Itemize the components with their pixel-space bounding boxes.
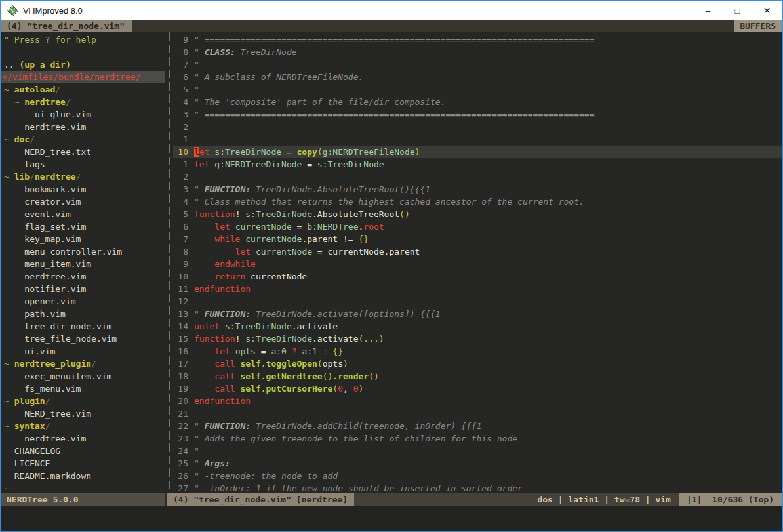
code-editor[interactable]: 9" =====================================… bbox=[173, 32, 782, 493]
code-line[interactable]: 19 call self.putCursorHere(0, 0) bbox=[173, 382, 782, 395]
code-line[interactable]: 7 while currentNode.parent != {} bbox=[173, 233, 782, 245]
code-line[interactable]: 3" =====================================… bbox=[173, 108, 782, 121]
code-line[interactable]: 18 call self.getNerdtree().render() bbox=[173, 370, 782, 382]
code-line[interactable]: 8 let currentNode = currentNode.parent bbox=[173, 245, 782, 258]
code-line[interactable]: 21 bbox=[173, 407, 782, 420]
tree-root-path[interactable]: </vimfiles/bundle/nerdtree/ bbox=[1, 71, 165, 83]
code-line[interactable]: 6" A subclass of NERDTreeFileNode. bbox=[173, 71, 782, 83]
tree-file-item[interactable]: tree_dir_node.vim bbox=[1, 320, 165, 333]
code-line[interactable]: 11endfunction bbox=[173, 283, 782, 295]
window-separator[interactable] bbox=[165, 32, 173, 493]
tree-file-item[interactable]: creator.vim bbox=[1, 195, 165, 208]
code-line[interactable]: 4" The 'composite' part of the file/dir … bbox=[173, 96, 782, 108]
code-line[interactable]: 15function! s:TreeDirNode.activate(...) bbox=[173, 333, 782, 345]
tree-file-item[interactable]: NERD_tree.txt bbox=[1, 146, 165, 158]
line-number: 3 bbox=[173, 108, 194, 121]
code-line[interactable]: 27" -inOrder: 1 if the new node should b… bbox=[173, 482, 782, 493]
tree-file-item[interactable]: ui_glue.vim bbox=[1, 108, 165, 121]
code-line[interactable]: 6 let currentNode = b:NERDTree.root bbox=[173, 220, 782, 233]
tree-file-item[interactable]: ui.vim bbox=[1, 345, 165, 358]
tree-dir-item[interactable]: ~ plugin/ bbox=[1, 395, 165, 407]
tabline: (4) "tree_dir_node.vim" BUFFERS bbox=[1, 20, 782, 32]
statusline-filename: (4) "tree_dir_node.vim" [nerdtree] bbox=[167, 493, 354, 506]
tree-dir-item[interactable]: ~ doc/ bbox=[1, 133, 165, 146]
nerdtree-panel[interactable]: " Press ? for help.. (up a dir)</vimfile… bbox=[1, 32, 165, 493]
code-line[interactable]: 16 let opts = a:0 ? a:1 : {} bbox=[173, 345, 782, 358]
line-number: 13 bbox=[173, 308, 194, 320]
tree-file-item[interactable]: menu_item.vim bbox=[1, 258, 165, 270]
line-number: 8 bbox=[173, 245, 194, 258]
tabline-fill bbox=[132, 20, 734, 32]
tree-dir-item[interactable]: ~ autoload/ bbox=[1, 83, 165, 96]
code-line[interactable]: 17 call self.toggleOpen(opts) bbox=[173, 358, 782, 370]
code-line[interactable]: 14unlet s:TreeDirNode.activate bbox=[173, 320, 782, 333]
tree-file-item[interactable]: path.vim bbox=[1, 308, 165, 320]
code-line[interactable]: 8" CLASS: TreeDirNode bbox=[173, 46, 782, 58]
tree-file-item[interactable]: tree_file_node.vim bbox=[1, 333, 165, 345]
tree-dir-item[interactable]: ~ nerdtree/ bbox=[1, 96, 165, 108]
tree-file-item[interactable]: NERD_tree.vim bbox=[1, 407, 165, 420]
maximize-button[interactable]: □ bbox=[723, 1, 752, 20]
tree-file-item[interactable]: README.markdown bbox=[1, 470, 165, 482]
tree-up-dir[interactable]: .. (up a dir) bbox=[1, 58, 165, 71]
code-line[interactable]: 1let g:NERDTreeDirNode = s:TreeDirNode bbox=[173, 158, 782, 171]
tree-file-item[interactable]: opener.vim bbox=[1, 295, 165, 308]
code-line[interactable]: 13" FUNCTION: TreeDirNode.activate([opti… bbox=[173, 308, 782, 320]
statusline-flags: dos | latin1 | tw=78 | vim bbox=[537, 493, 679, 506]
code-line[interactable]: 23" Adds the given treenode to the list … bbox=[173, 432, 782, 445]
code-line[interactable]: 7" bbox=[173, 58, 782, 71]
code-line[interactable]: 3" FUNCTION: TreeDirNode.AbsoluteTreeRoo… bbox=[173, 183, 782, 195]
line-number: 1 bbox=[173, 158, 194, 171]
code-line[interactable]: 25" Args: bbox=[173, 457, 782, 470]
tree-file-item[interactable]: nerdtree.vim bbox=[1, 432, 165, 445]
tree-dir-item[interactable]: ~ lib/nerdtree/ bbox=[1, 171, 165, 183]
line-number: 20 bbox=[173, 395, 194, 407]
titlebar: V Vi IMproved 8.0 – □ ✕ bbox=[1, 1, 782, 20]
code-line[interactable]: 9 endwhile bbox=[173, 258, 782, 270]
tree-file-item[interactable]: CHANGELOG bbox=[1, 445, 165, 457]
tree-dir-item[interactable]: ~ syntax/ bbox=[1, 420, 165, 432]
command-line[interactable] bbox=[1, 506, 782, 531]
line-number: 17 bbox=[173, 358, 194, 370]
tab-active[interactable]: (4) "tree_dir_node.vim" bbox=[1, 20, 132, 32]
code-line[interactable]: 20endfunction bbox=[173, 395, 782, 407]
code-line[interactable]: 2 bbox=[173, 121, 782, 133]
code-line[interactable]: 9" =====================================… bbox=[173, 33, 782, 46]
code-line[interactable]: 4" Class method that returns the highest… bbox=[173, 195, 782, 208]
tree-file-item[interactable]: menu_controller.vim bbox=[1, 245, 165, 258]
line-number: 2 bbox=[173, 121, 194, 133]
statusline-spacer bbox=[354, 493, 537, 506]
code-line[interactable]: 5function! s:TreeDirNode.AbsoluteTreeRoo… bbox=[173, 208, 782, 220]
tree-file-item[interactable]: key_map.vim bbox=[1, 233, 165, 245]
nerdtree-statusline: NERDTree 5.0.0 bbox=[1, 493, 165, 506]
code-line[interactable]: 10 return currentNode bbox=[173, 270, 782, 283]
tree-file-item[interactable]: fs_menu.vim bbox=[1, 382, 165, 395]
code-line[interactable]: 1 bbox=[173, 133, 782, 146]
close-button[interactable]: ✕ bbox=[752, 1, 782, 20]
tree-file-item[interactable]: event.vim bbox=[1, 208, 165, 220]
minimize-button[interactable]: – bbox=[693, 1, 723, 20]
code-line[interactable]: 26" -treenode: the node to add bbox=[173, 470, 782, 482]
tree-file-item[interactable]: nerdtree.vim bbox=[1, 270, 165, 283]
buffers-tab[interactable]: BUFFERS bbox=[734, 20, 782, 32]
line-number: 9 bbox=[173, 33, 194, 46]
tree-item bbox=[1, 46, 165, 58]
tree-file-item[interactable]: LICENCE bbox=[1, 457, 165, 470]
tree-file-item[interactable]: notifier.vim bbox=[1, 283, 165, 295]
tree-file-item[interactable]: bookmark.vim bbox=[1, 183, 165, 195]
code-line[interactable]: 2 bbox=[173, 171, 782, 183]
window-title: Vi IMproved 8.0 bbox=[23, 6, 83, 16]
vim-icon: V bbox=[7, 5, 18, 16]
tree-file-item[interactable]: nerdtree.vim bbox=[1, 121, 165, 133]
code-line[interactable]: 5" bbox=[173, 83, 782, 96]
code-line[interactable]: 22" FUNCTION: TreeDirNode.addChild(treen… bbox=[173, 420, 782, 432]
tree-file-item[interactable]: exec_menuitem.vim bbox=[1, 370, 165, 382]
tree-dir-item[interactable]: ~ nerdtree_plugin/ bbox=[1, 358, 165, 370]
code-line[interactable]: 12 bbox=[173, 295, 782, 308]
tree-help-line[interactable]: " Press ? for help bbox=[1, 33, 165, 46]
code-line-cursor[interactable]: 10let s:TreeDirNode = copy(g:NERDTreeFil… bbox=[173, 146, 782, 158]
tree-file-item[interactable]: tags bbox=[1, 158, 165, 171]
tree-file-item[interactable]: flag_set.vim bbox=[1, 220, 165, 233]
code-line[interactable]: 24" bbox=[173, 445, 782, 457]
line-number: 5 bbox=[173, 83, 194, 96]
